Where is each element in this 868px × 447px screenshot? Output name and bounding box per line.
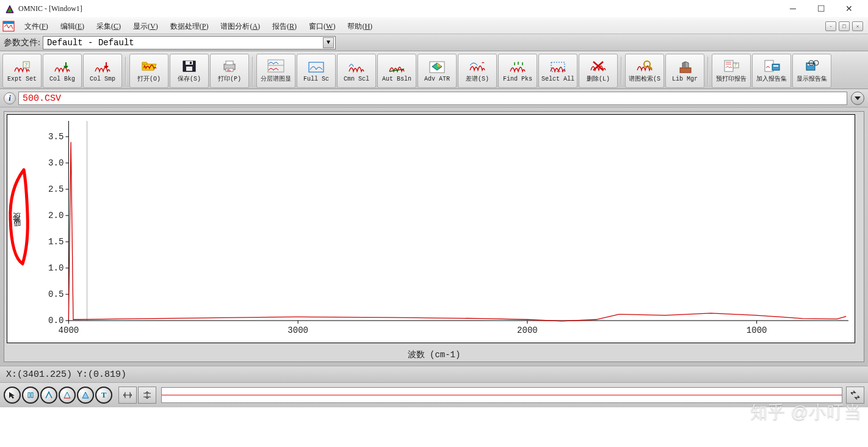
cursor-x-value: (3401.225) — [17, 369, 72, 380]
subtract-icon: - — [469, 59, 486, 73]
toolbar-label: 保存(S) — [178, 74, 201, 83]
peak-tool-button[interactable] — [40, 387, 57, 404]
toolbar-label: 谱图检索(S — [629, 74, 660, 83]
svg-text:2.5: 2.5 — [48, 184, 63, 194]
expand-x-button[interactable] — [118, 387, 137, 404]
expand-y-button[interactable] — [138, 387, 156, 404]
mdi-close-button[interactable]: × — [852, 21, 863, 31]
parameter-file-value: Default - Default — [47, 38, 323, 48]
cursor-x-label: X: — [6, 369, 17, 380]
main-toolbar: ?Expt SetCol BkgCol Smp打开(O)保存(S)打印(P)分层… — [0, 51, 868, 89]
chart-panel: 吸光度 0.00.51.01.52.02.53.03.5400030002000… — [0, 107, 868, 366]
svg-text:?: ? — [734, 62, 737, 68]
toolbar-label: 打印(P) — [218, 74, 241, 83]
app-mdi-icon[interactable] — [2, 21, 15, 32]
toolbar-label: 加入报告集 — [756, 74, 787, 83]
col-smp-icon — [94, 60, 111, 74]
svg-text:3000: 3000 — [288, 325, 308, 335]
toolbar-find-pks-button[interactable]: Find Pks — [498, 54, 537, 88]
title-bar: OMNIC - [Window1] ─ ☐ ✕ — [0, 0, 868, 18]
mdi-restore-button[interactable]: □ — [839, 21, 850, 31]
toolbar-save-button[interactable]: 保存(S) — [170, 54, 209, 88]
toolbar-label: 分层谱图显 — [261, 74, 291, 83]
toolbar-cmn-scl-button[interactable]: Cmn Scl — [337, 54, 376, 88]
menu-p[interactable]: 数据处理(P) — [164, 20, 215, 33]
toolbar-label: 差谱(S) — [466, 74, 489, 83]
toolbar-subtract-button[interactable]: -差谱(S) — [458, 54, 497, 88]
parameter-label: 参数文件: — [4, 37, 40, 48]
add-report-icon — [763, 59, 780, 73]
svg-text:2000: 2000 — [517, 325, 538, 335]
menu-a[interactable]: 谱图分析(A) — [214, 20, 266, 33]
svg-rect-26 — [680, 68, 691, 73]
roll-zoom-button[interactable] — [846, 387, 864, 404]
save-icon — [181, 59, 198, 73]
toolbar-stack-button[interactable]: 分层谱图显 — [256, 54, 295, 88]
toolbar-preview-button[interactable]: ?预打印报告 — [712, 54, 751, 88]
toolbar-delete-button[interactable]: 删除(L) — [579, 54, 618, 88]
menu-h[interactable]: 帮助(H) — [341, 20, 378, 33]
show-report-icon — [803, 59, 820, 73]
menu-v[interactable]: 显示(V) — [127, 20, 164, 33]
parameter-file-combo[interactable]: Default - Default ▼ — [43, 36, 336, 49]
spectrum-title-field[interactable]: 500.CSV — [18, 92, 847, 105]
cursor-y-label: Y: — [77, 369, 88, 380]
svg-rect-7 — [186, 61, 193, 65]
toolbar-label: Col Smp — [90, 76, 115, 82]
mdi-minimize-button[interactable]: - — [825, 21, 836, 31]
maximize-button[interactable]: ☐ — [807, 0, 835, 18]
spectrum-plot[interactable]: 0.00.51.01.52.02.53.03.54000300020001000 — [26, 115, 855, 348]
omnic-icon — [5, 4, 15, 14]
close-button[interactable]: ✕ — [835, 0, 863, 18]
menu-e[interactable]: 编辑(E) — [54, 20, 90, 33]
toolbar-aut-bsln-button[interactable]: Aut Bsln — [377, 54, 416, 88]
parameter-row: 参数文件: Default - Default ▼ — [0, 34, 868, 51]
toolbar-col-smp-button[interactable]: Col Smp — [83, 54, 122, 88]
toolbar-col-bkg-button[interactable]: Col Bkg — [43, 54, 82, 88]
delete-icon — [590, 59, 607, 73]
toolbar-open-button[interactable]: 打开(O) — [129, 54, 168, 88]
menu-r[interactable]: 报告(R) — [266, 20, 303, 33]
chart-frame: 吸光度 0.00.51.01.52.02.53.03.5400030002000… — [4, 111, 864, 362]
menu-f[interactable]: 文件(F) — [18, 20, 54, 33]
print-icon — [221, 59, 238, 73]
toolbar-expt-set-button[interactable]: ?Expt Set — [2, 54, 42, 88]
toolbar-add-report-button[interactable]: 加入报告集 — [752, 54, 791, 88]
find-pks-icon — [509, 60, 526, 74]
plot-area[interactable]: 0.00.51.01.52.02.53.03.54000300020001000 — [26, 115, 855, 343]
info-icon[interactable]: i — [4, 92, 16, 104]
toolbar-lib-mgr-button[interactable]: Lib Mgr — [665, 54, 704, 88]
toolbar-full-sc-button[interactable]: Full Sc — [297, 54, 336, 88]
region-tool-button[interactable] — [22, 387, 39, 404]
toolbar-spec-search-button[interactable]: 谱图检索(S — [625, 54, 664, 88]
peak-height-tool-button[interactable] — [59, 387, 76, 404]
open-icon — [140, 59, 157, 73]
svg-rect-11 — [226, 61, 233, 65]
svg-text:3.0: 3.0 — [48, 158, 63, 168]
overview-bar[interactable] — [161, 387, 842, 403]
toolbar-adv-atr-button[interactable]: Adv ATR — [418, 54, 457, 88]
spectrum-select-dropdown[interactable] — [851, 92, 864, 105]
x-axis-label: 波数 (cm-1) — [408, 349, 461, 360]
toolbar-print-button[interactable]: 打印(P) — [210, 54, 249, 88]
svg-rect-65 — [28, 393, 30, 398]
bottom-toolbar: T — [0, 383, 868, 407]
svg-rect-8 — [186, 67, 192, 71]
svg-text:0.5: 0.5 — [48, 289, 63, 299]
selection-tool-button[interactable] — [4, 387, 21, 404]
menu-w[interactable]: 窗口(W) — [303, 20, 341, 33]
toolbar-label: Cmn Scl — [344, 76, 369, 82]
minimize-button[interactable]: ─ — [779, 0, 807, 18]
cmn-scl-icon — [348, 60, 365, 74]
toolbar-show-report-button[interactable]: 显示报告集 — [792, 54, 831, 88]
spec-search-icon — [636, 59, 653, 73]
peak-area-tool-button[interactable] — [77, 387, 94, 404]
toolbar-label: Find Pks — [503, 76, 532, 82]
combo-dropdown-button[interactable]: ▼ — [323, 37, 334, 48]
svg-text:4000: 4000 — [59, 325, 79, 335]
text-tool-button[interactable]: T — [95, 387, 112, 404]
toolbar-label: Adv ATR — [424, 76, 450, 82]
menu-c[interactable]: 采集(C) — [90, 20, 127, 33]
svg-text:-: - — [482, 59, 485, 67]
toolbar-selct-all-button[interactable]: Selct All — [538, 54, 577, 88]
